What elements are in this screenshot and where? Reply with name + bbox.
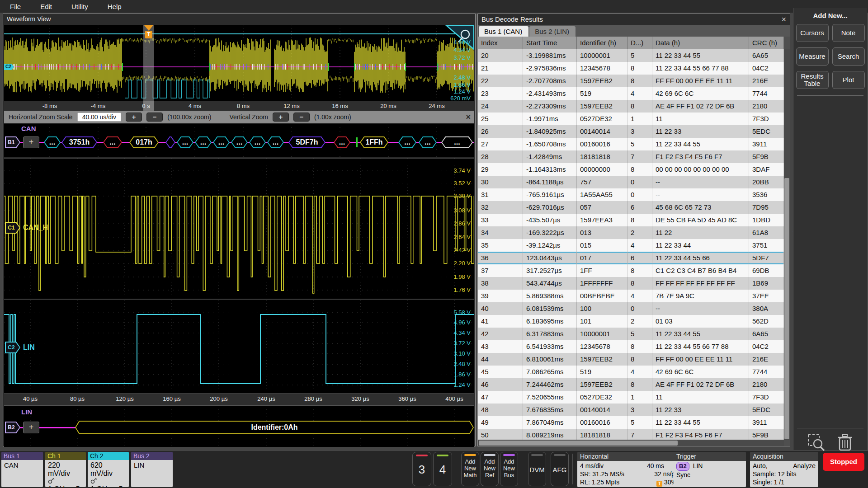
table-row[interactable]: 497.867049ms00160016511 22 33 44 553911	[478, 416, 784, 429]
plot-button[interactable]: Plot	[832, 71, 865, 89]
trigger-flag-icon[interactable]: T	[145, 31, 152, 38]
bus1-badge[interactable]: B1	[5, 136, 20, 148]
note-button[interactable]: Note	[832, 24, 865, 42]
can-decode-frame[interactable]: ...	[195, 136, 212, 148]
table-row[interactable]: 24-2.273309ms1597EEB28AE 4F FF F1 02 72 …	[478, 100, 784, 113]
table-row[interactable]: 426.317883ms10000001511 22 33 44 556A65	[478, 328, 784, 340]
can-decode-frame[interactable]: ...	[419, 136, 437, 148]
can-bus-decode-track[interactable]: CAN B1 + ...3751h...017h................…	[4, 124, 474, 157]
can-decode-frame[interactable]: ...	[213, 136, 230, 148]
table-row[interactable]: 28-1.42849ms181818187F1 F2 F3 F4 F5 F6 F…	[478, 150, 784, 163]
column-header[interactable]: Identifier (h)	[577, 37, 627, 49]
column-header[interactable]: Index	[478, 37, 523, 49]
table-row[interactable]: 20-3.199881ms10000001511 22 33 44 556A65	[478, 49, 784, 62]
column-header[interactable]: D...)	[627, 37, 652, 49]
bus2-badge[interactable]: B2	[5, 422, 20, 433]
menu-item-help[interactable]: Help	[108, 3, 122, 10]
table-row[interactable]: 487.676835ms00140014311 22 335EDC	[478, 404, 784, 416]
table-row[interactable]: 436.541933ms12345678811 22 33 44 55 66 7…	[478, 340, 784, 353]
hzoom-minus-button[interactable]: −	[146, 113, 163, 122]
can-decode-frame[interactable]: ...	[177, 136, 193, 148]
results-close-icon[interactable]: ×	[781, 14, 786, 25]
table-row[interactable]: 33-435.507µs1597EEA38DE 55 CB FA 5D 45 A…	[478, 214, 784, 226]
table-row[interactable]: 34-169.3222µs013211 2261A8	[478, 226, 784, 239]
acquisition-panel[interactable]: Acquisition Auto,Analyze Sample: 12 bits…	[750, 452, 818, 487]
can-decode-frame[interactable]: ...	[249, 136, 266, 148]
can-decode-frame[interactable]: 5DF7h	[288, 136, 326, 148]
can-decode-frame[interactable]: ...	[103, 136, 122, 148]
ch2-badge[interactable]: C2	[5, 342, 20, 353]
table-row[interactable]: 27-1.650708ms00160016511 22 33 44 553911	[478, 138, 784, 150]
bus2-bottom-badge[interactable]: Bus 2 LIN	[131, 452, 173, 487]
table-row[interactable]: 29-1.164313ms00000000800 00 00 00 00 00 …	[478, 163, 784, 176]
cursors-button[interactable]: Cursors	[796, 24, 829, 42]
table-row[interactable]: 25-1.9971ms0527DE321117F3D	[478, 113, 784, 125]
can-decode-frame[interactable]: 017h	[129, 136, 159, 148]
can-decode-frame[interactable]: ...	[334, 136, 350, 148]
table-row[interactable]: 38543.4744µs1FFFFFFF8FF FF FF FF FF FF F…	[478, 277, 784, 290]
menu-item-utility[interactable]: Utility	[71, 3, 88, 10]
add-new-math-button[interactable]: AddNewMath	[461, 452, 479, 486]
lin-zoom-waveform[interactable]: C2 LIN 5.58 V4.96 V4.34 V3.72 V3.10 V2.4…	[4, 300, 474, 393]
ch1-badge[interactable]: C1	[5, 222, 20, 234]
table-row[interactable]: 36123.0443µs017611 22 33 44 55 665DF7	[478, 252, 784, 264]
overview-waveform[interactable]: T C2 4.96 V4.34 V3.72 V2.48 V1.86 V1.24 …	[4, 25, 474, 101]
table-row[interactable]: 31-765.9161µs1A55AA550--3536	[478, 188, 784, 201]
tab-bus-2-lin-[interactable]: Bus 2 (LIN)	[529, 26, 576, 37]
table-row[interactable]: 35-39.1242µs015411 22 33 443751	[478, 239, 784, 252]
ch2-bottom-badge[interactable]: Ch 2 620 mV/div 1 GHzBw	[88, 452, 129, 487]
search-button[interactable]: Search	[832, 47, 865, 66]
table-row[interactable]: 508.089219ms181818187F1 F2 F3 F4 F5 F6 F…	[478, 429, 784, 440]
can-decode-frame[interactable]: 1FFh	[360, 136, 388, 148]
table-row[interactable]: 446.810061ms1597EEB28FF FF 00 00 EE EE 1…	[478, 353, 784, 366]
lin-track-add-button[interactable]: +	[23, 422, 39, 433]
can-decode-frame[interactable]: ...	[44, 136, 61, 148]
can-decode-frame[interactable]: ...	[267, 136, 284, 148]
vzoom-plus-button[interactable]: +	[273, 113, 289, 122]
lin-identifier-frame[interactable]: Identifier:0Ah	[75, 421, 474, 434]
add-new-ref-button[interactable]: AddNewRef	[481, 452, 499, 486]
table-row[interactable]: 406.081539ms1000--380A	[478, 302, 784, 315]
ch1-bottom-badge[interactable]: Ch 1 220 mV/div 1 GHzBw	[45, 452, 86, 487]
can-decode-frame[interactable]: 3751h	[61, 136, 97, 148]
afg-button[interactable]: AFG	[551, 452, 569, 486]
table-row[interactable]: 416.183695ms101201 03562D	[478, 315, 784, 328]
table-row[interactable]: 477.520655ms0527DE321117F3D	[478, 391, 784, 404]
ch4-button[interactable]: 4	[433, 452, 452, 486]
can-decode-frame[interactable]: ...	[398, 136, 416, 148]
hzoom-scale-value[interactable]: 40.00 us/div	[77, 113, 122, 122]
can-decode-frame[interactable]: ...	[231, 136, 248, 148]
table-row[interactable]: 21-2.975836ms12345678811 22 33 44 55 66 …	[478, 62, 784, 75]
measure-button[interactable]: Measure	[796, 47, 829, 66]
column-header[interactable]: CRC (h)	[749, 37, 784, 49]
lin-bus-decode-track[interactable]: LIN B2 + Identifier:0Ah	[4, 405, 474, 447]
bus1-bottom-badge[interactable]: Bus 1 CAN	[1, 452, 43, 487]
table-row[interactable]: 23-2.431493ms519442 69 6C 6C7744	[478, 87, 784, 100]
table-row[interactable]: 467.244462ms1597EEB28AE 4F FF F1 02 72 D…	[478, 378, 784, 391]
menu-item-edit[interactable]: Edit	[40, 3, 52, 10]
zoom-toolbar-close-icon[interactable]: ×	[466, 113, 471, 122]
table-row[interactable]: 22-2.707708ms1597EEB28FF FF 00 00 EE EE …	[478, 75, 784, 87]
table-row[interactable]: 30-864.1188µs7570--20BB	[478, 176, 784, 188]
horizontal-panel[interactable]: Horizontal 4 ms/div40 ms SR: 31.25 MS/s3…	[577, 452, 679, 487]
stopped-button[interactable]: Stopped	[823, 453, 864, 471]
table-row[interactable]: 457.086265ms519442 69 6C 6C7744	[478, 366, 784, 378]
column-header[interactable]: Data (h)	[652, 37, 749, 49]
column-header[interactable]: Start Time	[523, 37, 577, 49]
menu-item-file[interactable]: File	[10, 3, 21, 10]
table-row[interactable]: 32-629.7016µs057645 68 6C 65 72 737D95	[478, 201, 784, 214]
results-horizontal-scrollbar[interactable]	[478, 440, 784, 446]
results-vertical-scrollbar[interactable]	[784, 49, 790, 440]
can-decode-frame[interactable]: ...	[441, 136, 473, 148]
can-decode-frame[interactable]	[165, 136, 175, 148]
ch3-button[interactable]: 3	[412, 452, 431, 486]
trigger-panel[interactable]: Trigger B2LIN Sync	[674, 452, 746, 487]
vzoom-minus-button[interactable]: −	[293, 113, 310, 122]
dvm-button[interactable]: DVM	[528, 452, 546, 486]
table-row[interactable]: 395.869388ms00BEBEBE47B 7E 9A 9C37EE	[478, 290, 784, 302]
add-new-bus-button[interactable]: AddNewBus	[500, 452, 518, 486]
hzoom-plus-button[interactable]: +	[126, 113, 142, 122]
table-row[interactable]: 26-1.840925ms00140014311 22 335EDC	[478, 125, 784, 138]
tab-bus-1-can-[interactable]: Bus 1 (CAN)	[479, 26, 528, 37]
results-table-button[interactable]: Results Table	[796, 71, 829, 89]
